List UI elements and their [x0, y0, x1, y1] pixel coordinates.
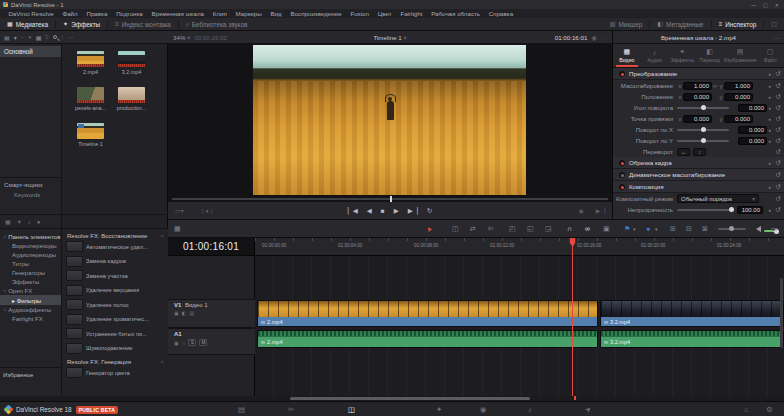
- keyframe-icon[interactable]: ●: [768, 127, 771, 133]
- page-color[interactable]: ◉: [480, 402, 487, 416]
- track-lock-icon[interactable]: ▣: [174, 310, 179, 316]
- reset-icon[interactable]: ↺: [776, 159, 781, 167]
- headphones-icon[interactable]: ∩: [182, 340, 186, 346]
- position-y-input[interactable]: 0.000: [724, 93, 753, 101]
- video-clip[interactable]: ∞2.mp4: [257, 300, 598, 327]
- fx-category-generate[interactable]: Resolve FX: Генерация˄: [66, 357, 165, 367]
- reset-icon[interactable]: ↺: [776, 82, 781, 90]
- tab-video[interactable]: ▦Видео: [613, 44, 641, 67]
- fx-category-revival[interactable]: Resolve FX: Восстановление˄: [66, 231, 165, 241]
- reset-icon[interactable]: ↺: [776, 183, 781, 191]
- import-icon[interactable]: –: [21, 34, 24, 40]
- audio-meter-icon[interactable]: ▭: [771, 220, 778, 237]
- audio-clip[interactable]: ∞2.mp4: [257, 330, 598, 348]
- openfx-mini-icon[interactable]: ✦: [17, 218, 22, 225]
- timeline-ruler[interactable]: 01:00:00:00 01:00:04:00 01:00:08:00 01:0…: [255, 238, 784, 256]
- media-pool-toggle[interactable]: ▦ Медиатека: [0, 18, 55, 31]
- menu-color[interactable]: Цвет: [373, 10, 396, 17]
- project-manager-button[interactable]: ⌂: [744, 402, 749, 416]
- edit-index-toggle[interactable]: ≡ Индекс монтажа: [108, 18, 177, 31]
- keyframe-icon[interactable]: ●: [768, 94, 771, 100]
- timeline-zoom-slider[interactable]: [718, 228, 746, 230]
- metadata-toggle[interactable]: ◧ Метаданные: [650, 18, 710, 31]
- clip-thumbnail[interactable]: [77, 51, 104, 67]
- fx-item[interactable]: Автоматическое удал...: [66, 241, 165, 252]
- rotation-input[interactable]: 0.000: [738, 104, 767, 112]
- razor-tool-icon[interactable]: ✄: [488, 220, 494, 237]
- inspector-more-icon[interactable]: ···: [774, 34, 780, 41]
- position-x-input[interactable]: 0.000: [683, 93, 712, 101]
- inspector-toggle[interactable]: ≡ Инспектор: [712, 18, 764, 31]
- menu-timeline[interactable]: Временная шкала: [147, 10, 208, 17]
- play-button[interactable]: ▶: [394, 207, 399, 215]
- menu-markers[interactable]: Маркеры: [231, 10, 266, 17]
- composite-enable-toggle[interactable]: [619, 184, 625, 190]
- fx-item[interactable]: Удаление хроматичес...: [66, 314, 165, 325]
- tab-transition[interactable]: ◧Переход: [696, 44, 724, 67]
- track-lock-icon[interactable]: ▣: [174, 340, 179, 346]
- reset-icon[interactable]: ↺: [776, 115, 781, 123]
- reset-icon[interactable]: ↺: [776, 195, 781, 203]
- position-lock-icon[interactable]: ▣: [603, 220, 610, 237]
- rotation-slider[interactable]: [677, 107, 729, 109]
- marker-chevron-icon[interactable]: ▾: [655, 220, 658, 237]
- menu-clip[interactable]: Клип: [208, 10, 231, 17]
- match-frame-icon[interactable]: ◉: [579, 207, 584, 214]
- auto-select-icon[interactable]: ◧: [182, 310, 187, 316]
- mixer-toggle[interactable]: ▥ Микшер: [603, 18, 650, 31]
- thumb-view-icon[interactable]: ▦: [36, 34, 42, 41]
- page-edit[interactable]: ◫: [348, 402, 355, 416]
- gang-icon[interactable]: ◉: [591, 34, 596, 41]
- track-header-a1[interactable]: A1 ▣ ∩ S M: [168, 328, 255, 355]
- audio-clip[interactable]: ∞3.2.mp4: [600, 330, 784, 348]
- sound-library-toggle[interactable]: ♪ Библиотека звуков: [179, 18, 255, 31]
- keyframe-icon[interactable]: ●: [768, 116, 771, 122]
- replace-clip-icon[interactable]: ◲: [545, 220, 552, 237]
- opacity-input[interactable]: 100.00: [737, 206, 763, 214]
- viewer-more-icon[interactable]: ···: [601, 34, 607, 41]
- fx-item[interactable]: Замена кадров: [66, 256, 165, 267]
- menu-fusion[interactable]: Fusion: [346, 10, 373, 17]
- menu-help[interactable]: Справка: [484, 10, 517, 17]
- favorites-mini-icon[interactable]: ●: [37, 219, 41, 225]
- maximize-button[interactable]: ▢: [763, 2, 768, 8]
- page-fusion[interactable]: ✦: [436, 402, 442, 416]
- cropping-enable-toggle[interactable]: [619, 160, 625, 166]
- timeline-select[interactable]: Timeline 1 ▾: [373, 34, 406, 41]
- reset-icon[interactable]: ↺: [776, 171, 781, 179]
- keyframe-icon[interactable]: ●: [768, 71, 771, 77]
- go-first-frame-button[interactable]: ▏◀: [348, 207, 358, 215]
- mute-button[interactable]: M: [199, 339, 207, 346]
- flag-chevron-icon[interactable]: ▾: [633, 220, 636, 237]
- flip-vertical-button[interactable]: ↕: [693, 148, 706, 156]
- toolbox-item-fairlightfx[interactable]: Fairlight FX: [0, 314, 61, 323]
- insert-clip-icon[interactable]: ◰: [509, 220, 516, 237]
- fx-item[interactable]: Генератор цвета: [66, 367, 165, 378]
- page-media[interactable]: ▤: [238, 402, 245, 416]
- reset-icon[interactable]: ↺: [776, 126, 781, 134]
- toolbox-mini-icon[interactable]: ▦: [5, 218, 11, 225]
- marker-icon[interactable]: ●: [646, 220, 650, 237]
- reset-icon[interactable]: ↺: [776, 104, 781, 112]
- keyframe-icon[interactable]: ●: [768, 184, 771, 190]
- next-edit-icon[interactable]: ▶▕: [596, 207, 605, 214]
- panel-layout-button[interactable]: ▢: [764, 18, 784, 31]
- reset-icon[interactable]: ↺: [776, 70, 781, 78]
- fx-item[interactable]: Замена участка: [66, 270, 165, 281]
- bin-item-master[interactable]: Основной: [0, 46, 61, 57]
- video-clip[interactable]: ∞3.2.mp4: [600, 300, 784, 327]
- menu-workspace[interactable]: Рабочая область: [427, 10, 485, 17]
- trim-edit-mode-icon[interactable]: ◫: [452, 220, 459, 237]
- toolbox-item-titles[interactable]: Титры: [0, 259, 61, 268]
- timeline-view-options-icon[interactable]: ▦: [174, 220, 181, 237]
- yaw-slider[interactable]: [677, 140, 729, 142]
- menu-edit[interactable]: Правка: [82, 10, 112, 17]
- page-cut[interactable]: ✂: [288, 402, 294, 416]
- opacity-slider[interactable]: [677, 209, 733, 211]
- menu-trim[interactable]: Подгонка: [112, 10, 147, 17]
- viewer-mode-icon[interactable]: ▭▾: [175, 207, 184, 214]
- anchor-y-input[interactable]: 0.000: [724, 115, 753, 123]
- filmstrip-view-icon[interactable]: ▤: [189, 310, 194, 316]
- toolbox-item-audio-transitions[interactable]: Аудиопереходы: [0, 250, 61, 259]
- dynamic-trim-mode-icon[interactable]: ⇄: [470, 220, 476, 237]
